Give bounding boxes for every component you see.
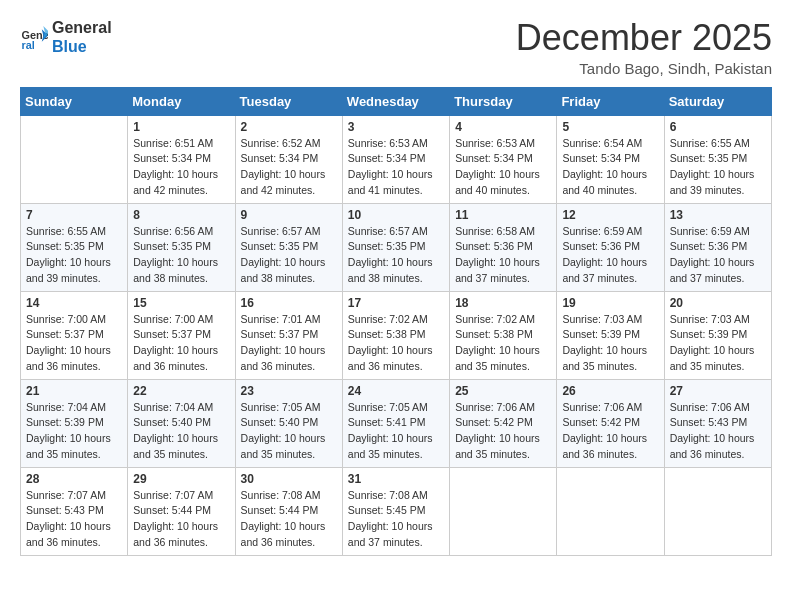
day-number: 8 (133, 208, 229, 222)
day-info: Sunrise: 6:53 AMSunset: 5:34 PMDaylight:… (348, 136, 444, 199)
day-info: Sunrise: 7:03 AMSunset: 5:39 PMDaylight:… (670, 312, 766, 375)
calendar-cell: 4 Sunrise: 6:53 AMSunset: 5:34 PMDayligh… (450, 115, 557, 203)
week-row-1: 1 Sunrise: 6:51 AMSunset: 5:34 PMDayligh… (21, 115, 772, 203)
day-number: 22 (133, 384, 229, 398)
weekday-header-thursday: Thursday (450, 87, 557, 115)
calendar-cell: 24 Sunrise: 7:05 AMSunset: 5:41 PMDaylig… (342, 379, 449, 467)
calendar-cell: 1 Sunrise: 6:51 AMSunset: 5:34 PMDayligh… (128, 115, 235, 203)
day-number: 26 (562, 384, 658, 398)
day-info: Sunrise: 7:06 AMSunset: 5:42 PMDaylight:… (562, 400, 658, 463)
calendar-cell: 2 Sunrise: 6:52 AMSunset: 5:34 PMDayligh… (235, 115, 342, 203)
week-row-4: 21 Sunrise: 7:04 AMSunset: 5:39 PMDaylig… (21, 379, 772, 467)
day-number: 29 (133, 472, 229, 486)
day-info: Sunrise: 7:06 AMSunset: 5:43 PMDaylight:… (670, 400, 766, 463)
calendar-cell: 17 Sunrise: 7:02 AMSunset: 5:38 PMDaylig… (342, 291, 449, 379)
calendar-cell: 30 Sunrise: 7:08 AMSunset: 5:44 PMDaylig… (235, 467, 342, 555)
weekday-header-sunday: Sunday (21, 87, 128, 115)
day-number: 19 (562, 296, 658, 310)
weekday-header-saturday: Saturday (664, 87, 771, 115)
day-info: Sunrise: 6:56 AMSunset: 5:35 PMDaylight:… (133, 224, 229, 287)
calendar-cell: 3 Sunrise: 6:53 AMSunset: 5:34 PMDayligh… (342, 115, 449, 203)
weekday-header-row: SundayMondayTuesdayWednesdayThursdayFrid… (21, 87, 772, 115)
svg-text:ral: ral (22, 39, 35, 51)
month-title: December 2025 (516, 18, 772, 58)
day-info: Sunrise: 7:06 AMSunset: 5:42 PMDaylight:… (455, 400, 551, 463)
logo-text: General Blue (52, 18, 112, 56)
page: Gene ral General Blue December 2025 Tand… (0, 0, 792, 612)
calendar-cell: 8 Sunrise: 6:56 AMSunset: 5:35 PMDayligh… (128, 203, 235, 291)
calendar-cell: 11 Sunrise: 6:58 AMSunset: 5:36 PMDaylig… (450, 203, 557, 291)
day-info: Sunrise: 6:58 AMSunset: 5:36 PMDaylight:… (455, 224, 551, 287)
day-info: Sunrise: 7:05 AMSunset: 5:41 PMDaylight:… (348, 400, 444, 463)
calendar-cell: 25 Sunrise: 7:06 AMSunset: 5:42 PMDaylig… (450, 379, 557, 467)
calendar-cell: 14 Sunrise: 7:00 AMSunset: 5:37 PMDaylig… (21, 291, 128, 379)
calendar-cell: 18 Sunrise: 7:02 AMSunset: 5:38 PMDaylig… (450, 291, 557, 379)
day-info: Sunrise: 7:01 AMSunset: 5:37 PMDaylight:… (241, 312, 337, 375)
calendar-cell: 19 Sunrise: 7:03 AMSunset: 5:39 PMDaylig… (557, 291, 664, 379)
day-info: Sunrise: 6:55 AMSunset: 5:35 PMDaylight:… (670, 136, 766, 199)
week-row-3: 14 Sunrise: 7:00 AMSunset: 5:37 PMDaylig… (21, 291, 772, 379)
calendar-cell: 10 Sunrise: 6:57 AMSunset: 5:35 PMDaylig… (342, 203, 449, 291)
day-number: 20 (670, 296, 766, 310)
day-number: 5 (562, 120, 658, 134)
calendar-cell: 29 Sunrise: 7:07 AMSunset: 5:44 PMDaylig… (128, 467, 235, 555)
day-number: 9 (241, 208, 337, 222)
weekday-header-friday: Friday (557, 87, 664, 115)
weekday-header-monday: Monday (128, 87, 235, 115)
calendar-cell (557, 467, 664, 555)
day-info: Sunrise: 6:52 AMSunset: 5:34 PMDaylight:… (241, 136, 337, 199)
week-row-2: 7 Sunrise: 6:55 AMSunset: 5:35 PMDayligh… (21, 203, 772, 291)
title-block: December 2025 Tando Bago, Sindh, Pakista… (516, 18, 772, 77)
week-row-5: 28 Sunrise: 7:07 AMSunset: 5:43 PMDaylig… (21, 467, 772, 555)
day-number: 28 (26, 472, 122, 486)
day-number: 27 (670, 384, 766, 398)
calendar-cell: 9 Sunrise: 6:57 AMSunset: 5:35 PMDayligh… (235, 203, 342, 291)
calendar-cell: 20 Sunrise: 7:03 AMSunset: 5:39 PMDaylig… (664, 291, 771, 379)
day-info: Sunrise: 7:07 AMSunset: 5:44 PMDaylight:… (133, 488, 229, 551)
day-number: 30 (241, 472, 337, 486)
calendar-cell: 23 Sunrise: 7:05 AMSunset: 5:40 PMDaylig… (235, 379, 342, 467)
calendar-cell: 12 Sunrise: 6:59 AMSunset: 5:36 PMDaylig… (557, 203, 664, 291)
day-info: Sunrise: 6:59 AMSunset: 5:36 PMDaylight:… (670, 224, 766, 287)
day-info: Sunrise: 7:03 AMSunset: 5:39 PMDaylight:… (562, 312, 658, 375)
calendar-cell: 26 Sunrise: 7:06 AMSunset: 5:42 PMDaylig… (557, 379, 664, 467)
day-number: 4 (455, 120, 551, 134)
day-number: 13 (670, 208, 766, 222)
day-info: Sunrise: 7:00 AMSunset: 5:37 PMDaylight:… (133, 312, 229, 375)
day-number: 24 (348, 384, 444, 398)
calendar-cell: 27 Sunrise: 7:06 AMSunset: 5:43 PMDaylig… (664, 379, 771, 467)
calendar-cell: 6 Sunrise: 6:55 AMSunset: 5:35 PMDayligh… (664, 115, 771, 203)
day-number: 25 (455, 384, 551, 398)
day-number: 31 (348, 472, 444, 486)
day-info: Sunrise: 7:02 AMSunset: 5:38 PMDaylight:… (348, 312, 444, 375)
calendar-cell: 22 Sunrise: 7:04 AMSunset: 5:40 PMDaylig… (128, 379, 235, 467)
day-info: Sunrise: 6:54 AMSunset: 5:34 PMDaylight:… (562, 136, 658, 199)
logo: Gene ral General Blue (20, 18, 112, 56)
location-title: Tando Bago, Sindh, Pakistan (516, 60, 772, 77)
calendar-cell: 21 Sunrise: 7:04 AMSunset: 5:39 PMDaylig… (21, 379, 128, 467)
day-info: Sunrise: 7:08 AMSunset: 5:45 PMDaylight:… (348, 488, 444, 551)
day-info: Sunrise: 6:59 AMSunset: 5:36 PMDaylight:… (562, 224, 658, 287)
calendar-cell: 31 Sunrise: 7:08 AMSunset: 5:45 PMDaylig… (342, 467, 449, 555)
day-info: Sunrise: 7:05 AMSunset: 5:40 PMDaylight:… (241, 400, 337, 463)
day-info: Sunrise: 6:57 AMSunset: 5:35 PMDaylight:… (348, 224, 444, 287)
calendar-cell: 13 Sunrise: 6:59 AMSunset: 5:36 PMDaylig… (664, 203, 771, 291)
day-number: 7 (26, 208, 122, 222)
day-info: Sunrise: 7:08 AMSunset: 5:44 PMDaylight:… (241, 488, 337, 551)
day-number: 23 (241, 384, 337, 398)
day-info: Sunrise: 7:04 AMSunset: 5:39 PMDaylight:… (26, 400, 122, 463)
calendar-cell: 15 Sunrise: 7:00 AMSunset: 5:37 PMDaylig… (128, 291, 235, 379)
day-info: Sunrise: 7:07 AMSunset: 5:43 PMDaylight:… (26, 488, 122, 551)
day-info: Sunrise: 6:51 AMSunset: 5:34 PMDaylight:… (133, 136, 229, 199)
day-number: 3 (348, 120, 444, 134)
day-info: Sunrise: 6:53 AMSunset: 5:34 PMDaylight:… (455, 136, 551, 199)
calendar-cell: 16 Sunrise: 7:01 AMSunset: 5:37 PMDaylig… (235, 291, 342, 379)
day-info: Sunrise: 7:00 AMSunset: 5:37 PMDaylight:… (26, 312, 122, 375)
day-number: 12 (562, 208, 658, 222)
day-number: 11 (455, 208, 551, 222)
calendar-cell: 7 Sunrise: 6:55 AMSunset: 5:35 PMDayligh… (21, 203, 128, 291)
calendar-cell (450, 467, 557, 555)
weekday-header-tuesday: Tuesday (235, 87, 342, 115)
calendar-cell (664, 467, 771, 555)
day-number: 18 (455, 296, 551, 310)
